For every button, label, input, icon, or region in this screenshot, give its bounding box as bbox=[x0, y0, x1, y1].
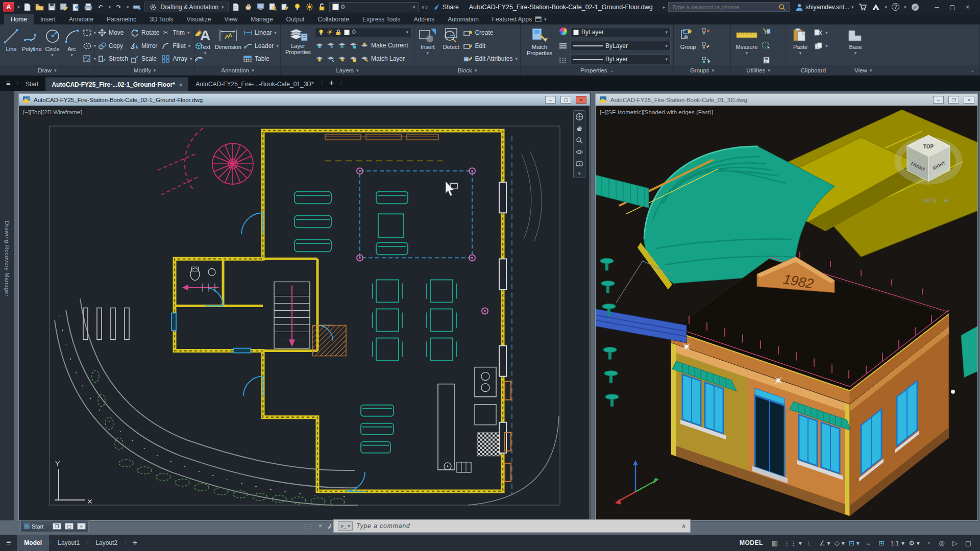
polyline-button[interactable]: Polyline bbox=[22, 26, 42, 65]
command-line-bar[interactable]: >_ ▾ Type a command ∧ bbox=[333, 519, 691, 533]
viewport-controls-2d[interactable]: [−][Top][2D Wireframe] bbox=[23, 109, 82, 115]
fillet-button[interactable]: Fillet▾ bbox=[161, 40, 192, 52]
orbit-icon[interactable] bbox=[575, 147, 584, 156]
pan-hand-icon[interactable] bbox=[244, 3, 253, 11]
file-tab-start[interactable]: Start bbox=[19, 78, 44, 91]
layer-off-icon[interactable] bbox=[315, 41, 324, 49]
zoom-icon[interactable] bbox=[575, 136, 584, 144]
graphics-performance-icon[interactable]: ▷ bbox=[948, 537, 962, 549]
ribbon-tab[interactable]: Parametric bbox=[100, 14, 143, 24]
grid-icon[interactable]: ▦ bbox=[768, 537, 781, 549]
command-expand-icon[interactable]: ∧ bbox=[681, 522, 686, 530]
ribbon-tab[interactable]: Automation bbox=[441, 14, 485, 24]
group-select-icon[interactable] bbox=[702, 56, 710, 64]
layer-properties-button[interactable]: Layer Properties bbox=[283, 26, 313, 65]
minimized-start-window[interactable]: Start ❐ ▢ × bbox=[20, 520, 89, 532]
command-tools-icon[interactable] bbox=[325, 522, 333, 531]
insert-button[interactable]: Insert▾ bbox=[417, 26, 438, 65]
layers-panel-label[interactable]: Layers▾ bbox=[281, 65, 414, 76]
circle-button[interactable]: Circle▾ bbox=[44, 26, 61, 65]
layer-thaw-icon[interactable] bbox=[337, 55, 346, 63]
ribbon-tab[interactable]: 3D Tools bbox=[143, 14, 180, 24]
autodesk-logo-icon[interactable] bbox=[872, 3, 880, 11]
stretch-button[interactable]: Stretch bbox=[97, 53, 128, 64]
unlock-icon[interactable] bbox=[317, 3, 326, 11]
workspace-switcher[interactable]: Drafting & Annotation ▾ bbox=[144, 2, 229, 12]
search-box[interactable] bbox=[668, 2, 790, 12]
open-file-icon[interactable] bbox=[35, 3, 44, 11]
qat-customize-icon[interactable]: ∨∨ bbox=[422, 5, 428, 10]
hatch-tool-icon[interactable] bbox=[83, 55, 91, 63]
layer-lock-toggle-icon[interactable] bbox=[349, 41, 357, 49]
undo-icon[interactable]: ↶ bbox=[96, 3, 105, 11]
doc3d-minimize-button[interactable]: ─ bbox=[933, 96, 944, 104]
layout-menu-icon[interactable]: ≡ bbox=[0, 538, 17, 547]
dimension-button[interactable]: Dimension bbox=[215, 26, 241, 65]
plot-preview-icon[interactable] bbox=[268, 3, 277, 11]
layer-isolate-icon[interactable] bbox=[326, 41, 335, 49]
autodesk-dropdown-icon[interactable]: ▾ bbox=[885, 5, 888, 10]
polar-tracking-icon[interactable]: ∠ ▾ bbox=[817, 537, 832, 549]
table-button[interactable]: Table bbox=[243, 53, 279, 64]
command-close-icon[interactable]: × bbox=[316, 522, 325, 530]
command-grip-handle[interactable]: ⋮⋮ bbox=[299, 522, 316, 530]
layout1-tab[interactable]: Layout1 bbox=[51, 535, 87, 551]
copy-clip-icon[interactable] bbox=[814, 41, 823, 50]
selection-cycling-icon[interactable]: ⊞ bbox=[875, 537, 888, 549]
match-properties-button[interactable]: Match Properties bbox=[523, 26, 556, 65]
measure-button[interactable]: Measure▾ bbox=[733, 26, 760, 65]
ortho-mode-icon[interactable]: ∟ bbox=[804, 537, 817, 549]
file-tab-ground-floor[interactable]: AutoCAD-FY25_Fire-...02-1_Ground-Floor*× bbox=[45, 78, 188, 91]
sun-icon[interactable] bbox=[305, 3, 314, 11]
search-icon[interactable] bbox=[778, 3, 786, 11]
mirror-button[interactable]: Mirror bbox=[130, 40, 159, 52]
autocad-logo[interactable]: A bbox=[3, 2, 14, 12]
ribbon-display-toggle[interactable]: ▾ bbox=[529, 14, 552, 24]
command-prompt-icon[interactable]: >_ ▾ bbox=[338, 521, 353, 531]
title-expand-icon[interactable]: ▸ bbox=[663, 5, 666, 10]
group-edit-icon[interactable] bbox=[702, 41, 710, 50]
rotate-button[interactable]: Rotate bbox=[130, 27, 159, 38]
new-file-icon[interactable] bbox=[23, 3, 32, 11]
window-3d-titlebar[interactable]: AutoCAD-FY25_Fire-Station-Book-Cafe_01_3… bbox=[596, 94, 977, 106]
text-button[interactable]: A Text▾ bbox=[198, 26, 213, 65]
drawing-window-2d[interactable]: AutoCAD-FY25_Fire-Station-Book-Cafe_02-1… bbox=[18, 93, 590, 521]
layer-unisolate-icon[interactable] bbox=[326, 55, 335, 63]
layer-unlock-icon[interactable] bbox=[349, 55, 357, 63]
array-button[interactable]: Array▾ bbox=[161, 53, 192, 64]
batch-plot-icon[interactable] bbox=[133, 3, 141, 11]
sheet-set-icon[interactable] bbox=[232, 3, 240, 11]
ellipse-tool-icon[interactable] bbox=[83, 41, 91, 50]
base-button[interactable]: Base▾ bbox=[844, 26, 867, 65]
lineweight-icon[interactable]: ≡ bbox=[862, 537, 875, 549]
save-icon[interactable] bbox=[47, 3, 56, 11]
export-icon[interactable] bbox=[72, 3, 81, 11]
match-layer-button[interactable]: Match Layer bbox=[360, 53, 405, 64]
clean-screen-icon[interactable]: ▢ bbox=[962, 537, 975, 549]
make-current-button[interactable]: Make Current bbox=[360, 40, 408, 51]
edit-attributes-button[interactable]: Edit Attributes▾ bbox=[463, 53, 518, 64]
assistant-icon[interactable] bbox=[911, 3, 920, 11]
start-close-button[interactable]: × bbox=[77, 523, 86, 530]
command-input[interactable]: Type a command bbox=[356, 522, 678, 530]
modify-panel-label[interactable]: Modify▾ bbox=[95, 65, 194, 76]
annotation-panel-label[interactable]: Annotation▾ bbox=[195, 65, 280, 76]
workspace-switching-icon[interactable]: ⚙ ▾ bbox=[906, 537, 922, 549]
doc-maximize-button[interactable]: ▢ bbox=[560, 96, 571, 104]
light-bulb-icon[interactable] bbox=[293, 3, 302, 11]
leader-button[interactable]: Leader▾ bbox=[243, 40, 279, 52]
annotation-monitor-icon[interactable]: ◔ bbox=[922, 537, 935, 549]
ribbon-tab[interactable]: Collaborate bbox=[311, 14, 356, 24]
ungroup-icon[interactable] bbox=[702, 27, 710, 36]
print-icon[interactable] bbox=[84, 3, 93, 11]
model-space-toggle[interactable]: MODEL bbox=[740, 539, 763, 546]
draw-panel-label[interactable]: Draw▾ bbox=[0, 65, 94, 76]
doc3d-restore-button[interactable]: ❐ bbox=[948, 96, 959, 104]
full-navigation-wheel-icon[interactable] bbox=[575, 112, 584, 121]
edit-block-button[interactable]: Edit bbox=[463, 40, 518, 52]
linetype-dropdown[interactable]: ByLayer▾ bbox=[570, 54, 671, 64]
layer-on-icon[interactable] bbox=[315, 55, 324, 63]
navigation-bar[interactable]: ▾ bbox=[573, 110, 585, 178]
ribbon-tab[interactable]: Home bbox=[4, 14, 34, 24]
line-button[interactable]: Line bbox=[3, 26, 20, 65]
